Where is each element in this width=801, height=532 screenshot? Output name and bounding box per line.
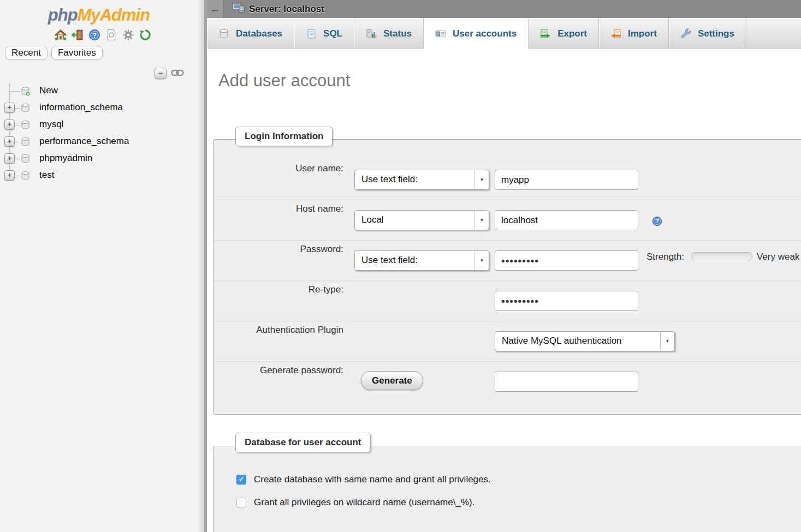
auth-plugin-label: Authentication Plugin [236, 325, 343, 336]
tab-label: Status [383, 28, 412, 39]
tree-item-label[interactable]: information_schema [39, 102, 123, 113]
hostname-type-select[interactable]: Local ▼ [354, 210, 489, 230]
svg-text:?: ? [92, 31, 96, 39]
help-icon[interactable]: ? [88, 29, 100, 41]
refresh-icon[interactable] [139, 29, 151, 41]
create-database-checkbox[interactable] [236, 475, 246, 485]
server-icon [232, 3, 245, 15]
expand-icon[interactable]: + [4, 103, 15, 113]
password-strength-meter [691, 252, 752, 260]
username-type-select[interactable]: Use text field: ▼ [354, 170, 489, 190]
expand-icon[interactable]: + [4, 153, 15, 164]
favorites-button[interactable]: Favorites [51, 46, 103, 60]
database-for-user-fieldset: Database for user account Create databas… [213, 446, 801, 532]
tree-item-label[interactable]: test [39, 170, 54, 181]
username-label: User name: [236, 163, 343, 174]
link-panels-icon[interactable] [171, 69, 184, 79]
generated-password-input[interactable] [495, 372, 638, 392]
phpmyadmin-logo[interactable]: phpMyAdmin [0, 0, 198, 25]
tab-user-accounts[interactable]: User accounts [424, 18, 529, 49]
option-label[interactable]: Create database with same name and grant… [254, 474, 491, 485]
option-label[interactable]: Grant all privileges on wildcard name (u… [254, 497, 474, 508]
back-button[interactable]: ← [207, 0, 223, 18]
user-accounts-icon [435, 28, 446, 39]
tree-item-label[interactable]: mysql [39, 119, 63, 130]
gear-icon[interactable] [122, 29, 134, 41]
tree-branch-line [15, 176, 20, 176]
docs-icon[interactable] [105, 29, 117, 41]
generate-password-row: Generate password: Generate [213, 362, 801, 402]
sql-icon [306, 28, 317, 39]
new-database-icon [20, 86, 31, 99]
tree-item-label[interactable]: phpmyadmin [39, 153, 92, 164]
retype-label: Re-type: [236, 284, 343, 295]
login-information-fieldset: Login Information User name: Use text fi… [213, 139, 801, 415]
tree-branch-line [15, 142, 20, 142]
page-content: Add user account Login Information User … [207, 49, 801, 532]
retype-row: Re-type: [213, 281, 801, 321]
tree-branch-line [15, 159, 20, 159]
auth-plugin-select[interactable]: Native MySQL authentication ▼ [495, 331, 675, 351]
breadcrumb-label[interactable]: Server: localhost [249, 4, 324, 15]
hostname-input[interactable] [495, 210, 638, 230]
quick-access-buttons: Recent Favorites [5, 46, 198, 60]
username-input[interactable] [495, 170, 638, 190]
tree-item-database[interactable]: + performance_schema [0, 134, 198, 151]
tree-branch-line [15, 108, 20, 109]
tree-item-database[interactable]: + information_schema [0, 100, 198, 117]
recent-button[interactable]: Recent [5, 46, 48, 60]
chevron-down-icon: ▼ [474, 251, 489, 270]
navigation-sidebar: phpMyAdmin ? Recent Favorites − [0, 0, 198, 532]
tree-item-database[interactable]: + phpmyadmin [0, 151, 198, 168]
retype-password-input[interactable] [495, 291, 638, 311]
back-arrow-icon: ← [210, 3, 220, 15]
hostname-label: Host name: [236, 204, 343, 214]
database-icon [20, 171, 31, 183]
password-type-select[interactable]: Use text field: ▼ [354, 250, 489, 271]
fieldset-legend: Database for user account [235, 433, 371, 452]
chevron-down-icon: ▼ [474, 170, 489, 189]
tree-controls: − [155, 68, 184, 79]
home-icon[interactable] [55, 29, 67, 41]
chevron-down-icon: ▼ [474, 211, 489, 230]
expand-icon[interactable]: + [4, 119, 15, 130]
create-database-option[interactable]: Create database with same name and grant… [236, 474, 491, 485]
tree-item-new-database[interactable]: New [0, 83, 198, 100]
password-input[interactable] [495, 250, 638, 271]
password-label: Password: [236, 244, 343, 255]
expand-icon[interactable]: + [4, 136, 15, 147]
generate-button[interactable]: Generate [361, 371, 423, 390]
tab-databases[interactable]: Databases [207, 18, 294, 49]
database-icon [20, 137, 31, 149]
page-title: Add user account [218, 71, 350, 91]
auth-plugin-row: Authentication Plugin Native MySQL authe… [213, 321, 801, 362]
expand-icon[interactable]: + [4, 170, 15, 181]
tree-item-database[interactable]: + test [0, 168, 198, 184]
tree-item-label[interactable]: New [39, 85, 58, 96]
chevron-down-icon: ▼ [660, 332, 674, 351]
tab-settings[interactable]: Settings [669, 18, 746, 49]
tab-import[interactable]: Import [599, 18, 669, 49]
tab-label: Export [557, 28, 587, 39]
tab-label: Databases [236, 28, 282, 39]
logo-myadmin-text: MyAdmin [78, 5, 150, 25]
tab-status[interactable]: Status [354, 18, 424, 49]
tab-label: User accounts [453, 28, 517, 39]
breadcrumb[interactable]: Server: localhost [232, 3, 324, 15]
settings-icon [680, 28, 691, 39]
grant-wildcard-checkbox[interactable] [236, 498, 246, 507]
tab-sql[interactable]: SQL [294, 18, 354, 49]
help-icon[interactable]: ? [652, 216, 662, 229]
database-icon [218, 28, 229, 39]
main-panel: ← Server: localhost Databases SQL Sta [207, 0, 801, 532]
grant-wildcard-option[interactable]: Grant all privileges on wildcard name (u… [236, 497, 474, 508]
logout-icon[interactable] [72, 29, 84, 41]
export-icon [540, 28, 551, 39]
tab-export[interactable]: Export [529, 18, 599, 49]
sidebar-toolbar: ? [0, 29, 198, 41]
tree-item-database[interactable]: + mysql [0, 117, 198, 134]
navigation-resize-handle[interactable] [198, 0, 207, 532]
collapse-all-icon[interactable]: − [155, 68, 167, 79]
tree-item-label[interactable]: performance_schema [39, 136, 129, 147]
database-icon [20, 154, 31, 166]
